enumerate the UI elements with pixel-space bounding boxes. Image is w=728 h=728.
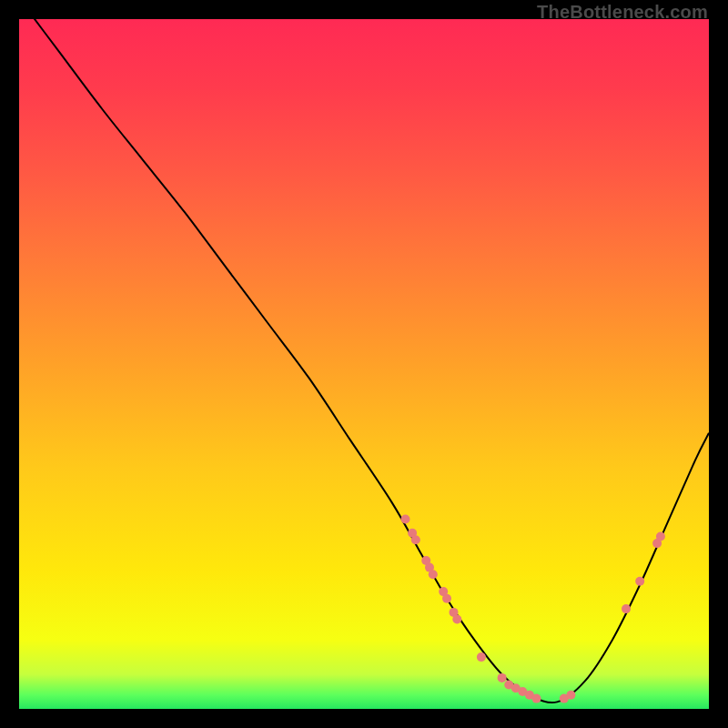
data-marker bbox=[429, 570, 438, 579]
data-marker bbox=[518, 687, 527, 696]
data-marker bbox=[504, 681, 513, 690]
data-marker bbox=[525, 691, 534, 700]
data-marker bbox=[656, 532, 665, 541]
watermark-text: TheBottleneck.com bbox=[537, 2, 708, 23]
data-marker bbox=[566, 691, 575, 700]
data-marker bbox=[425, 563, 434, 572]
data-marker bbox=[477, 652, 486, 662]
data-marker bbox=[635, 577, 644, 586]
data-marker bbox=[411, 535, 420, 544]
data-marker bbox=[408, 529, 417, 538]
plot-area bbox=[19, 19, 709, 709]
data-marker bbox=[532, 694, 541, 703]
data-marker bbox=[442, 594, 451, 603]
data-marker bbox=[421, 556, 430, 565]
chart-container: TheBottleneck.com bbox=[0, 0, 728, 728]
data-marker bbox=[622, 604, 631, 613]
data-marker bbox=[511, 683, 521, 693]
marker-group bbox=[401, 515, 665, 703]
data-marker bbox=[439, 587, 448, 596]
data-marker bbox=[560, 694, 569, 703]
data-marker bbox=[401, 515, 410, 524]
curve-line bbox=[19, 19, 709, 703]
data-marker bbox=[498, 673, 507, 682]
data-marker bbox=[452, 615, 461, 624]
data-marker bbox=[450, 608, 459, 617]
chart-svg bbox=[19, 19, 709, 709]
data-marker bbox=[652, 539, 662, 548]
